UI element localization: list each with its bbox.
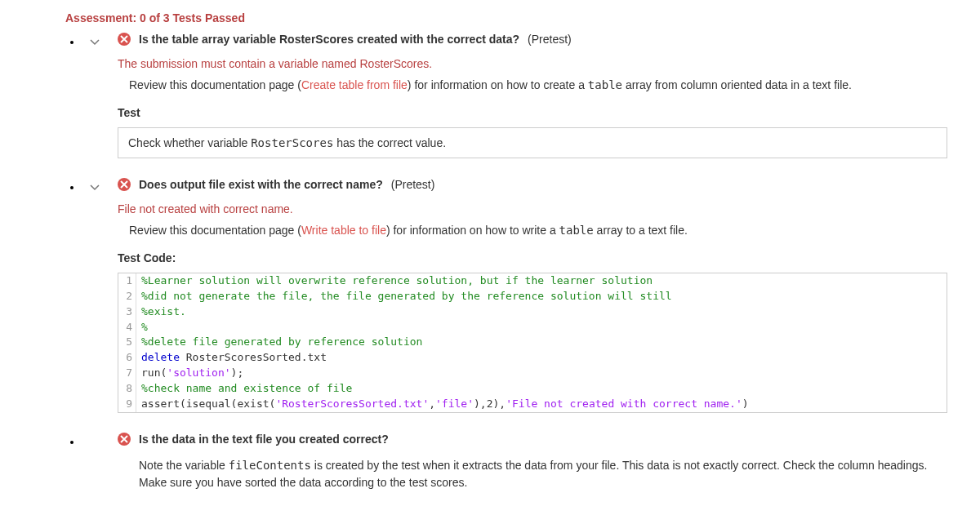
pretest-label: (Pretest) xyxy=(391,178,435,191)
test-note: Note the variable fileContents is create… xyxy=(118,457,947,491)
doc-link[interactable]: Create table from file xyxy=(301,78,408,91)
test-title: Is the data in the text file you created… xyxy=(139,433,389,446)
test-title: Is the table array variable RosterScores… xyxy=(139,33,519,46)
list-bullet xyxy=(70,41,74,44)
code-block: 1%Learner solution will overwrite refere… xyxy=(118,273,947,413)
section-label: Test Code: xyxy=(118,251,947,264)
fail-icon xyxy=(118,33,131,46)
review-line: Review this documentation page (Write ta… xyxy=(118,224,947,237)
fail-icon xyxy=(118,178,131,191)
section-label: Test xyxy=(118,106,947,119)
fail-icon xyxy=(118,433,131,446)
doc-link[interactable]: Write table to file xyxy=(301,224,386,237)
chevron-down-icon[interactable] xyxy=(90,182,100,195)
list-bullet xyxy=(70,186,74,189)
error-message: The submission must contain a variable n… xyxy=(118,57,947,70)
test-title: Does output file exist with the correct … xyxy=(139,178,383,191)
test-item: Is the data in the text file you created… xyxy=(16,433,964,491)
chevron-down-icon[interactable] xyxy=(90,37,100,50)
error-message: File not created with correct name. xyxy=(118,202,947,215)
test-item: Does output file exist with the correct … xyxy=(16,178,964,413)
list-bullet xyxy=(70,441,74,444)
review-line: Review this documentation page (Create t… xyxy=(118,78,947,91)
test-description-box: Check whether variable RosterScores has … xyxy=(118,127,947,158)
assessment-header: Assessment: 0 of 3 Tests Passed xyxy=(16,8,964,33)
test-item: Is the table array variable RosterScores… xyxy=(16,33,964,158)
pretest-label: (Pretest) xyxy=(528,33,572,46)
